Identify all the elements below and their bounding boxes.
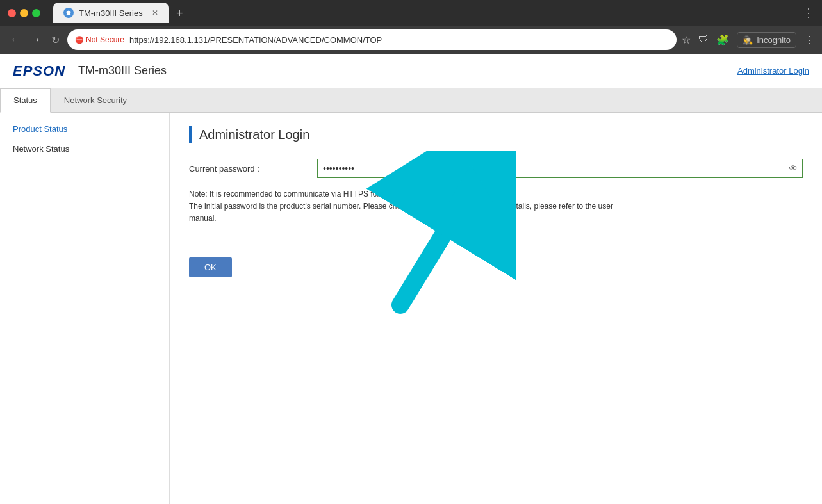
extensions-icon[interactable]: 🧩 (716, 34, 729, 46)
incognito-indicator: 🕵 Incognito (737, 32, 796, 48)
sidebar: Product Status Network Status (0, 113, 170, 504)
browser-chrome: TM-m30III Series ✕ + ⋮ ← → ↻ ⛔ Not Secur… (0, 0, 822, 54)
content-area: Administrator Login Current password : 👁… (170, 113, 822, 504)
page-wrapper: EPSON TM-m30III Series Administrator Log… (0, 54, 822, 504)
page-heading: Administrator Login (199, 127, 309, 142)
maximize-window-button[interactable] (32, 9, 40, 17)
window-controls (8, 9, 40, 17)
ok-button[interactable]: OK (189, 257, 232, 277)
toolbar-icons: ☆ 🛡 🧩 🕵 Incognito ⋮ (682, 32, 814, 48)
note-line-2: The initial password is the product's se… (189, 202, 613, 223)
note-line-1: Note: It is recommended to communicate v… (189, 190, 504, 199)
not-secure-label: Not Secure (86, 35, 124, 44)
browser-toolbar: ← → ↻ ⛔ Not Secure https://192.168.1.131… (0, 26, 822, 54)
close-window-button[interactable] (8, 9, 16, 17)
app-title: TM-m30III Series (78, 64, 167, 77)
heading-accent (189, 126, 192, 143)
note-text: Note: It is recommended to communicate v… (189, 188, 637, 225)
new-tab-button[interactable]: + (171, 4, 188, 23)
active-tab[interactable]: TM-m30III Series ✕ (53, 3, 169, 23)
reload-button[interactable]: ↻ (49, 31, 62, 49)
tab-status[interactable]: Status (0, 88, 51, 113)
svg-point-0 (66, 10, 71, 15)
warning-icon: ⛔ (75, 36, 84, 44)
main-layout: Product Status Network Status Administra… (0, 113, 822, 504)
minimize-window-button[interactable] (20, 9, 28, 17)
incognito-label: Incognito (757, 35, 791, 45)
admin-login-link[interactable]: Administrator Login (737, 66, 809, 76)
tab-close-button[interactable]: ✕ (152, 8, 158, 17)
tab-navigation: Status Network Security (0, 88, 822, 113)
toggle-password-icon[interactable]: 👁 (789, 163, 798, 174)
tab-network-security[interactable]: Network Security (51, 88, 140, 112)
shield-icon[interactable]: 🛡 (698, 34, 709, 45)
sidebar-item-network-status[interactable]: Network Status (0, 139, 169, 159)
current-password-input[interactable] (317, 159, 803, 178)
not-secure-indicator: ⛔ Not Secure (75, 35, 124, 44)
back-button[interactable]: ← (8, 31, 23, 48)
browser-menu-dots-icon[interactable]: ⋮ (804, 34, 814, 46)
sidebar-item-product-status[interactable]: Product Status (0, 119, 169, 139)
bookmark-icon[interactable]: ☆ (682, 34, 691, 46)
incognito-icon: 🕵 (743, 35, 753, 45)
address-bar[interactable]: ⛔ Not Secure https://192.168.1.131/PRESE… (67, 29, 677, 50)
current-password-row: Current password : 👁 (189, 159, 803, 178)
password-wrapper: 👁 (317, 159, 803, 178)
tab-title: TM-m30III Series (79, 8, 143, 18)
app-header: EPSON TM-m30III Series Administrator Log… (0, 54, 822, 88)
epson-logo: EPSON (13, 63, 65, 79)
tab-favicon (63, 8, 74, 18)
page-heading-bar: Administrator Login (189, 126, 803, 143)
url-text[interactable]: https://192.168.1.131/PRESENTATION/ADVAN… (129, 35, 382, 45)
forward-button[interactable]: → (28, 31, 44, 48)
current-password-label: Current password : (189, 164, 317, 174)
browser-menu-button[interactable]: ⋮ (803, 6, 814, 20)
